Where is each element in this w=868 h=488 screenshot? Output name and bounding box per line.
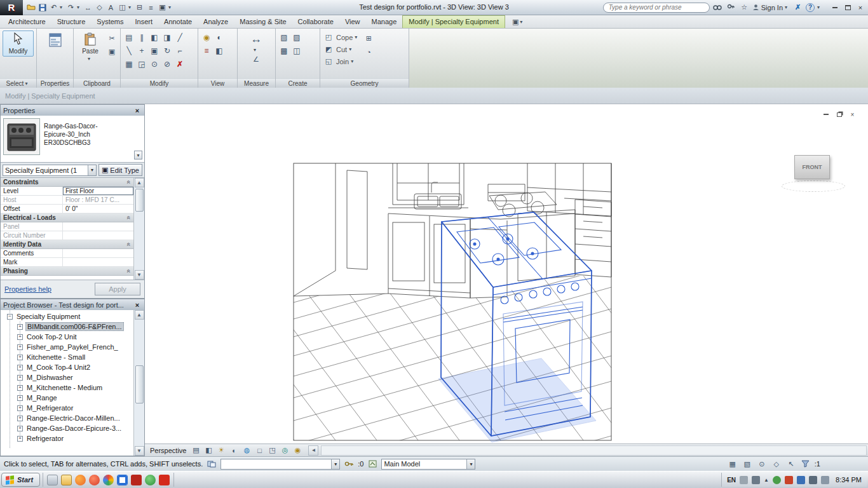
split-with-gap-icon[interactable]: ╲	[123, 45, 135, 56]
copy-icon[interactable]: ▣	[149, 45, 160, 56]
cope-button[interactable]: ◰Cope▾	[323, 32, 360, 43]
section-phasing[interactable]: Phasing«	[1, 267, 133, 276]
join-button[interactable]: ◱Join▾	[323, 56, 360, 67]
design-options-icon[interactable]	[367, 459, 378, 469]
element-filter-dropdown-icon[interactable]: ▾	[88, 165, 96, 175]
drag-elements-on-selection-icon[interactable]: ↖	[785, 459, 797, 469]
pin-icon[interactable]: ⊙	[149, 58, 160, 69]
select-pinned-elements-icon[interactable]: ⊙	[756, 459, 768, 469]
horizontal-scroll-left-icon[interactable]: ◄	[308, 445, 318, 456]
chrome-icon[interactable]	[103, 475, 114, 485]
tree-item-m-kitchenette-medium[interactable]: +M_Kitchenette - Medium	[1, 383, 133, 393]
mirror-draw-axis-icon[interactable]: ◨	[161, 32, 173, 43]
update-icon[interactable]	[785, 476, 793, 484]
project-browser-close-icon[interactable]: ×	[133, 301, 142, 309]
tree-item-kitchenette-small[interactable]: +Kitchenette - Small	[1, 352, 133, 362]
select-links-icon[interactable]: ▦	[727, 459, 738, 469]
expand-node-icon[interactable]: +	[17, 426, 23, 431]
viewcube-front-face[interactable]: FRONT	[794, 155, 830, 179]
graphic-display-icon[interactable]: ◐	[214, 32, 225, 43]
create-similar-icon[interactable]: ◫	[291, 45, 302, 56]
design-option-select[interactable]: Main Model ▾	[381, 459, 475, 470]
tab-architecture[interactable]: Architecture	[3, 16, 51, 28]
scroll-down-icon[interactable]: ▼	[135, 446, 144, 456]
scroll-up-icon[interactable]: ▲	[135, 310, 144, 320]
properties-toggle-button[interactable]	[39, 30, 71, 50]
scale-icon[interactable]: ◲	[136, 58, 147, 69]
apply-button[interactable]: Apply	[95, 283, 140, 295]
taskbar-clock[interactable]: 8:34 PM	[833, 476, 862, 484]
search-input[interactable]	[603, 3, 710, 13]
paint-icon[interactable]: ◔	[363, 46, 374, 57]
project-browser-scrollbar[interactable]: ▲ ▼	[133, 310, 144, 456]
default-3d-view-icon[interactable]: ◫	[117, 2, 128, 13]
printer-icon[interactable]	[740, 476, 748, 484]
favorites-icon[interactable]: ☆	[739, 2, 750, 13]
design-option-dropdown-icon[interactable]: ▾	[466, 459, 475, 469]
comments-value-field[interactable]	[63, 249, 133, 257]
expand-node-icon[interactable]: +	[17, 416, 23, 421]
tree-node-specialty-equipment[interactable]: −Specialty Equipment	[1, 311, 133, 322]
tree-item-fisher-paykel[interactable]: +Fisher_amp_Paykel_French_	[1, 342, 133, 352]
tab-view[interactable]: View	[339, 16, 366, 28]
type-selector-dropdown-icon[interactable]: ▾	[134, 151, 142, 159]
properties-palette-header[interactable]: Properties ×	[1, 105, 144, 116]
search-binoculars-icon[interactable]	[712, 2, 723, 13]
tree-item-m-range[interactable]: +M_Range	[1, 393, 133, 403]
help-dropdown-icon[interactable]: ▾	[817, 4, 822, 10]
hidden-icons-chevron[interactable]: ▲	[764, 477, 769, 483]
text-icon[interactable]: A	[105, 2, 116, 13]
mirror-pick-axis-icon[interactable]: ◧	[149, 32, 160, 43]
tree-item-m-cook-top-4[interactable]: +M_Cook Top-4 Unit2	[1, 362, 133, 372]
properties-scrollbar[interactable]: ▲ ▼	[133, 178, 144, 280]
tab-insert[interactable]: Insert	[130, 16, 159, 28]
view-scale-label[interactable]: Perspective	[150, 447, 186, 454]
save-icon[interactable]	[37, 2, 48, 13]
rotate-icon[interactable]: ↻	[161, 45, 173, 56]
collapse-section-icon[interactable]: «	[126, 269, 133, 273]
undo-dropdown-icon[interactable]: ▾	[60, 4, 65, 10]
start-button[interactable]: Start	[1, 473, 40, 487]
scroll-down-icon[interactable]: ▼	[135, 270, 144, 280]
subscription-center-icon[interactable]	[726, 2, 736, 13]
select-underlay-elements-icon[interactable]: ▧	[742, 459, 753, 469]
scrollbar-thumb[interactable]	[135, 365, 144, 403]
create-group-icon[interactable]: ▩	[278, 45, 290, 56]
create-assembly-icon[interactable]: ▨	[291, 32, 302, 43]
section-constraints[interactable]: Constraints«	[1, 178, 133, 187]
collapse-section-icon[interactable]: «	[126, 216, 133, 220]
offset-icon[interactable]: ∥	[136, 32, 147, 43]
volume-icon[interactable]	[821, 476, 829, 484]
3d-view-canvas[interactable]: × FRONT	[145, 104, 868, 444]
safely-remove-hardware-icon[interactable]	[752, 476, 760, 484]
tab-systems[interactable]: Systems	[91, 16, 129, 28]
tree-item-m-dishwasher[interactable]: +M_Dishwasher	[1, 372, 133, 383]
collapse-section-icon[interactable]: «	[126, 243, 133, 247]
close-button[interactable]: ×	[854, 2, 867, 13]
messenger-icon[interactable]	[145, 475, 156, 485]
expand-node-icon[interactable]: +	[17, 365, 23, 370]
tab-collaborate[interactable]: Collaborate	[292, 16, 339, 28]
array-icon[interactable]: ▦	[123, 58, 135, 69]
cut-to-clipboard-icon[interactable]: ✂	[106, 33, 118, 44]
view-restore-icon[interactable]	[835, 111, 843, 118]
expand-node-icon[interactable]: +	[17, 405, 23, 411]
level-value-field[interactable]: First Floor	[63, 187, 133, 195]
expand-node-icon[interactable]: +	[17, 334, 23, 340]
firefox-icon[interactable]	[75, 475, 86, 485]
tab-analyze[interactable]: Analyze	[198, 16, 234, 28]
scroll-up-icon[interactable]: ▲	[135, 178, 144, 187]
properties-close-icon[interactable]: ×	[133, 107, 142, 114]
shadows-icon[interactable]: ◐	[228, 445, 240, 456]
create-parts-icon[interactable]: ▧	[278, 32, 290, 43]
tag-icon[interactable]: ◇	[94, 2, 105, 13]
expand-node-icon[interactable]: +	[17, 436, 23, 442]
expand-node-icon[interactable]: +	[17, 344, 23, 350]
delete-icon[interactable]: ✗	[174, 58, 186, 69]
view-close-icon[interactable]: ×	[848, 111, 857, 118]
split-element-icon[interactable]: ╱	[174, 32, 186, 43]
temporary-hide-isolate-icon[interactable]: ◎	[279, 445, 290, 456]
properties-help-link[interactable]: Properties help	[4, 285, 51, 293]
display-settings-icon[interactable]	[797, 476, 805, 484]
collapse-section-icon[interactable]: «	[126, 180, 133, 184]
